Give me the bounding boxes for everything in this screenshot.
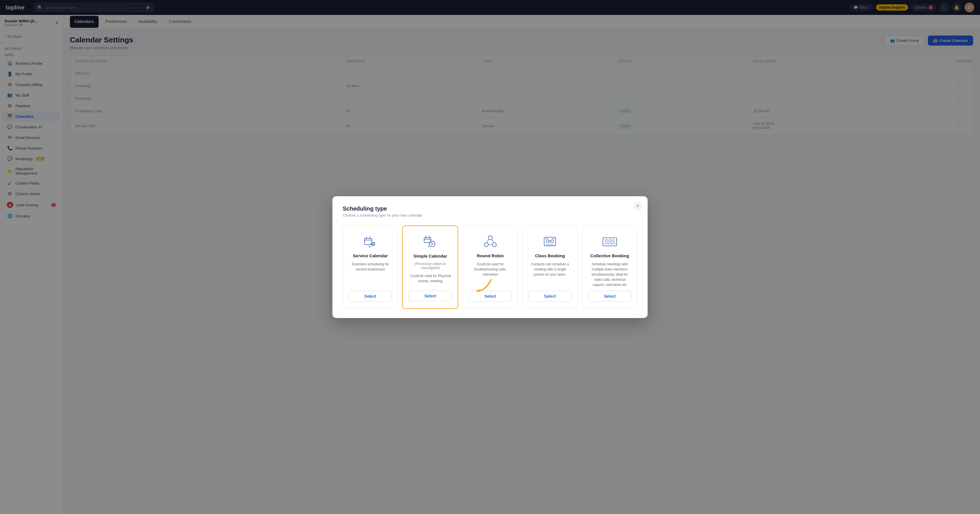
modal-subtitle: Choose a scheduling type for your new ca… bbox=[343, 213, 637, 218]
service-calendar-card[interactable]: Service Calendar Seamless scheduling for… bbox=[343, 226, 398, 309]
service-calendar-icon bbox=[362, 232, 379, 250]
svg-point-23 bbox=[605, 240, 608, 242]
simple-calendar-card[interactable]: Simple Calendar (Previously called as un… bbox=[402, 226, 458, 309]
svg-point-25 bbox=[612, 240, 614, 242]
round-robin-desc: Could be used for troubleshooting calls,… bbox=[469, 262, 512, 277]
service-calendar-select-button[interactable]: Select bbox=[349, 291, 392, 302]
round-robin-card[interactable]: Round Robin Could be used for troublesho… bbox=[463, 226, 518, 309]
simple-calendar-desc: Could be used for Physical events, meeti… bbox=[409, 273, 452, 284]
svg-point-16 bbox=[546, 240, 549, 243]
scheduling-type-cards: Service Calendar Seamless scheduling for… bbox=[343, 226, 637, 309]
svg-point-24 bbox=[609, 240, 611, 242]
round-robin-select-button[interactable]: Select bbox=[469, 291, 512, 302]
modal-overlay[interactable]: Scheduling type Choose a scheduling type… bbox=[0, 0, 980, 514]
class-booking-desc: Contacts can schedule a meeting with a s… bbox=[528, 262, 571, 277]
round-robin-icon bbox=[482, 232, 499, 250]
class-booking-select-button[interactable]: Select bbox=[528, 291, 571, 302]
svg-rect-21 bbox=[552, 239, 554, 239]
collective-booking-desc: Schedule meetings with multiple team mem… bbox=[588, 262, 631, 287]
collective-booking-icon bbox=[601, 232, 618, 250]
simple-calendar-subtitle: (Previously called as unassigned) bbox=[409, 262, 452, 270]
service-calendar-title: Service Calendar bbox=[353, 253, 388, 258]
collective-booking-card[interactable]: Collective Booking Schedule meetings wit… bbox=[582, 226, 637, 309]
svg-point-14 bbox=[492, 243, 496, 247]
collective-booking-title: Collective Booking bbox=[590, 253, 629, 258]
modal-close-button[interactable]: × bbox=[633, 201, 643, 211]
collective-booking-select-button[interactable]: Select bbox=[588, 291, 631, 302]
scheduling-type-modal: Scheduling type Choose a scheduling type… bbox=[332, 196, 648, 318]
class-booking-icon bbox=[541, 232, 558, 250]
simple-calendar-select-button[interactable]: Select bbox=[409, 291, 452, 301]
svg-point-12 bbox=[488, 236, 492, 240]
svg-rect-20 bbox=[545, 239, 547, 239]
class-booking-card[interactable]: Class Booking Contacts can schedule a me… bbox=[522, 226, 578, 309]
modal-title: Scheduling type bbox=[343, 205, 637, 212]
round-robin-title: Round Robin bbox=[477, 253, 504, 258]
simple-calendar-title: Simple Calendar bbox=[414, 253, 447, 258]
service-calendar-desc: Seamless scheduling for service business… bbox=[349, 262, 392, 272]
svg-point-17 bbox=[551, 240, 554, 243]
class-booking-title: Class Booking bbox=[535, 253, 565, 258]
simple-calendar-icon bbox=[422, 233, 439, 250]
svg-point-13 bbox=[484, 243, 488, 247]
